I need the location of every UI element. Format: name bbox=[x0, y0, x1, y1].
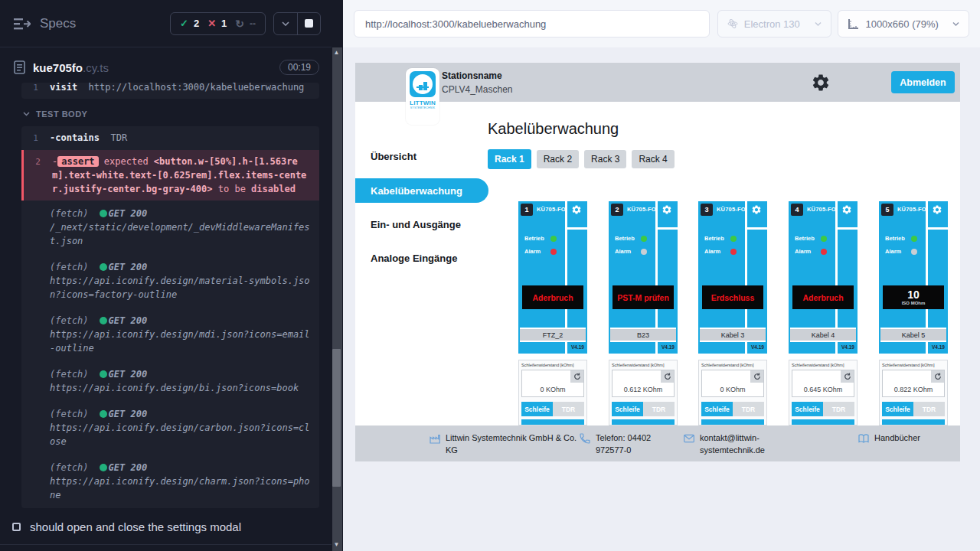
fetch-log-entry[interactable]: (fetch)GET 200 https://api.iconify.desig… bbox=[21, 401, 319, 455]
tdr-button[interactable]: TDR bbox=[913, 402, 945, 416]
tdr-button[interactable]: TDR bbox=[733, 402, 764, 416]
contains-command-name: -contains bbox=[50, 132, 100, 143]
alarm-label: Alarm bbox=[704, 248, 726, 255]
schleife-button[interactable]: Schleife bbox=[612, 402, 643, 416]
sidebar-item-kabelueberwachung[interactable]: Kabelüberwachung bbox=[355, 178, 488, 203]
failed-icon: ✕ bbox=[207, 18, 216, 29]
status-ok-dot bbox=[100, 317, 107, 324]
card-settings-icon[interactable] bbox=[751, 204, 762, 215]
status-ok-dot bbox=[100, 410, 107, 418]
book-icon bbox=[858, 432, 870, 445]
iso-value: 10 bbox=[907, 289, 920, 301]
contains-arg: TDR bbox=[110, 132, 127, 143]
panel-strip bbox=[521, 419, 584, 425]
status-ok-dot bbox=[100, 370, 107, 378]
refresh-icon bbox=[844, 373, 851, 380]
tab-rack-1[interactable]: Rack 1 bbox=[488, 149, 531, 169]
schleife-button[interactable]: Schleife bbox=[792, 402, 823, 416]
refresh-icon bbox=[573, 373, 581, 380]
footer-company-text: Littwin Systemtechnik GmbH & Co. KG bbox=[446, 432, 579, 457]
stop-button[interactable] bbox=[297, 13, 320, 34]
refresh-icon bbox=[934, 373, 942, 380]
status-text: Aderbruch bbox=[532, 293, 573, 302]
loop-resistance-label: Schleifenwiderstand [kOhm] bbox=[612, 363, 664, 367]
fetch-log-entry[interactable]: (fetch)GET 200 https://api.iconify.desig… bbox=[21, 254, 319, 308]
test-body-section[interactable]: TEST BODY bbox=[23, 109, 319, 119]
refresh-button[interactable] bbox=[750, 370, 763, 383]
tdr-button[interactable]: TDR bbox=[823, 402, 854, 416]
fetch-url: https://api.iconify.design/mdi.json?icon… bbox=[50, 328, 310, 355]
fetch-log-entry[interactable]: (fetch)GET 200 https://api.iconify.desig… bbox=[21, 308, 319, 361]
scrollbar-down-arrow[interactable]: ▼ bbox=[332, 540, 341, 549]
footer-email-text: kontakt@littwin-systemtechnik.de bbox=[700, 432, 790, 457]
logo-icon bbox=[410, 71, 436, 97]
status-text: PST-M prüfen bbox=[617, 293, 669, 302]
aut-pane: Electron 130 1000x660 (79%) LITTWIN SYST… bbox=[343, 0, 980, 551]
company-logo: LITTWIN SYSTEMTECHNIK bbox=[406, 68, 439, 125]
fetch-status: GET 200 bbox=[109, 315, 148, 326]
sidebar-item-ein-und-ausgaenge[interactable]: Ein- und Ausgänge bbox=[371, 219, 461, 230]
card-body: 2 KÜ705-FO Betrieb Alarm PST-M prüfen B2… bbox=[609, 201, 678, 354]
alarm-led bbox=[550, 249, 557, 255]
sidebar-item-uebersicht[interactable]: Übersicht bbox=[371, 151, 416, 162]
card-settings-icon[interactable] bbox=[841, 204, 852, 215]
card-divider bbox=[928, 227, 948, 230]
fetch-log-entry[interactable]: (fetch)GET 200 https://api.iconify.desig… bbox=[21, 361, 319, 401]
cable-monitor-card: 1 KÜ705-FO Betrieb Alarm Aderbruch FTZ_2… bbox=[518, 201, 587, 425]
schleife-button[interactable]: Schleife bbox=[882, 402, 913, 416]
cable-monitor-card: 4 KÜ705-FO Betrieb Alarm Aderbruch Kabel… bbox=[789, 201, 858, 425]
spec-row[interactable]: kue705fo .cy.ts 00:19 bbox=[0, 47, 332, 83]
visit-command-block[interactable]: 1 visit http://localhost:3000/kabelueber… bbox=[21, 83, 319, 99]
iso-unit: ISO MOhm bbox=[902, 301, 926, 305]
collapse-button[interactable] bbox=[274, 13, 297, 34]
refresh-button[interactable] bbox=[841, 370, 854, 383]
specs-title: Specs bbox=[40, 16, 76, 31]
fetch-url: https://api.iconify.design/bi.json?icons… bbox=[50, 381, 310, 395]
betrieb-label: Betrieb bbox=[704, 235, 726, 242]
schleife-button[interactable]: Schleife bbox=[701, 402, 733, 416]
refresh-button[interactable] bbox=[570, 370, 583, 383]
browser-selector[interactable]: Electron 130 bbox=[717, 10, 832, 37]
fetch-status: GET 200 bbox=[109, 409, 148, 419]
card-body: 3 KÜ705-FO Betrieb Alarm Erdschluss Kabe… bbox=[698, 201, 767, 354]
status-ok-dot bbox=[100, 464, 107, 471]
specs-list-icon[interactable] bbox=[14, 18, 31, 30]
fetch-log-entry[interactable]: (fetch)GET 200 https://api.iconify.desig… bbox=[21, 455, 319, 508]
tab-rack-4[interactable]: Rack 4 bbox=[632, 150, 674, 168]
refresh-icon bbox=[753, 373, 761, 380]
station-value: CPLV4_Maschen bbox=[442, 84, 513, 95]
refresh-button[interactable] bbox=[661, 370, 674, 383]
cable-monitor-card: 2 KÜ705-FO Betrieb Alarm PST-M prüfen B2… bbox=[609, 201, 678, 425]
url-input[interactable] bbox=[354, 10, 710, 37]
scrollbar-up-arrow[interactable]: ▲ bbox=[332, 48, 341, 57]
tdr-button[interactable]: TDR bbox=[553, 402, 584, 416]
refresh-button[interactable] bbox=[931, 370, 944, 383]
contains-command[interactable]: 1 -contains TDR bbox=[21, 126, 319, 150]
logout-button[interactable]: Abmelden bbox=[891, 71, 955, 93]
tab-rack-3[interactable]: Rack 3 bbox=[584, 150, 626, 168]
visit-url: http://localhost:3000/kabelueberwachung bbox=[89, 83, 305, 93]
schleife-button[interactable]: Schleife bbox=[521, 402, 553, 416]
loop-panel: Schleifenwiderstand [kOhm] 0 KOhm Schlei… bbox=[698, 360, 767, 425]
assert-state: disabled bbox=[251, 184, 296, 194]
sidebar-item-analoge-eingaenge[interactable]: Analoge Eingänge bbox=[371, 253, 457, 264]
tab-rack-2[interactable]: Rack 2 bbox=[537, 150, 579, 168]
tdr-button[interactable]: TDR bbox=[643, 402, 675, 416]
cable-name: FTZ_2 bbox=[520, 328, 586, 342]
fetch-label: (fetch) bbox=[50, 462, 89, 473]
pending-test[interactable]: should open and close the settings modal bbox=[12, 520, 332, 533]
footer-manuals[interactable]: Handbücher bbox=[858, 432, 920, 445]
electron-icon bbox=[727, 18, 738, 29]
card-settings-icon[interactable] bbox=[571, 204, 582, 215]
scrollbar-thumb[interactable] bbox=[332, 349, 341, 487]
settings-gear-icon[interactable] bbox=[811, 73, 831, 93]
loop-panel: Schleifenwiderstand [kOhm] 0.612 KOhm Sc… bbox=[609, 360, 678, 425]
status-text: Aderbruch bbox=[802, 293, 843, 302]
betrieb-label: Betrieb bbox=[615, 235, 636, 242]
assert-command-failed[interactable]: 2 -assert expected <button.w-[50%].h-[1.… bbox=[21, 150, 319, 201]
card-settings-icon[interactable] bbox=[662, 204, 672, 215]
viewport-selector[interactable]: 1000x660 (79%) bbox=[838, 10, 969, 37]
card-settings-icon[interactable] bbox=[932, 204, 942, 215]
alarm-led bbox=[911, 249, 917, 255]
fetch-log-entry[interactable]: (fetch)GET 200 /_next/static/development… bbox=[21, 201, 319, 254]
